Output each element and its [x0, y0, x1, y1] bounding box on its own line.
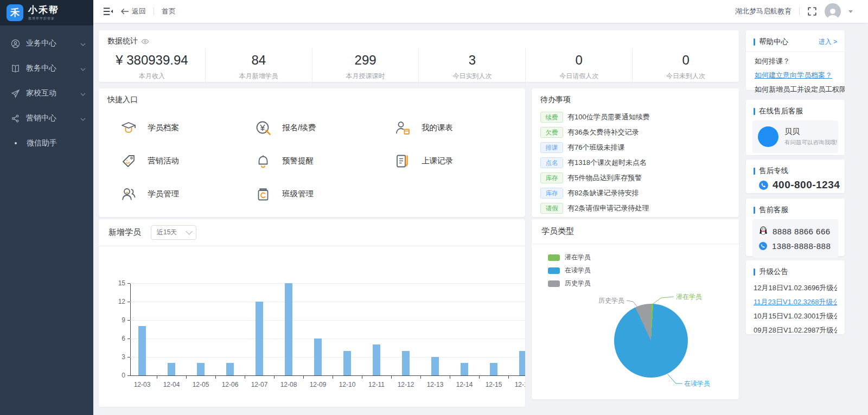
bar-12-13 — [431, 357, 439, 375]
stat-month-new-students: 84 本月新增学员 — [206, 48, 312, 86]
todo-item-missed-class[interactable]: 库存 有82条缺课记录待安排 — [540, 188, 733, 199]
dashboard-page: 禾 小禾帮 教培界学好管家 业务中心 教务中心 — [0, 0, 868, 415]
todo-item-scheduling[interactable]: 排课 有76个班级未排课 — [540, 142, 733, 153]
x-tick-label: 12-15 — [480, 381, 508, 388]
bar-chart: 0369121512-0312-0412-0512-0612-0712-0812… — [99, 247, 525, 407]
quick-entry-enroll-renew[interactable]: 报名/续费 — [255, 120, 394, 136]
phone-icon — [759, 181, 768, 190]
quick-entry-warning-reminder[interactable]: 预警提醒 — [255, 153, 394, 169]
y-tick-mark — [127, 375, 130, 376]
stats-row: ¥ 380939.94 本月收入 84 本月新增学员 299 本月授课课时 3 … — [99, 48, 739, 86]
announcement-item[interactable]: 10月15日V1.02.3001升级公告... — [754, 311, 837, 321]
scale-icon — [255, 186, 271, 202]
help-link-prospect-archive[interactable]: 如何建立意向学员档案？ — [746, 68, 845, 82]
x-tick-mark — [215, 376, 216, 379]
x-tick-mark — [186, 376, 187, 379]
help-link-scheduling[interactable]: 如何排课？ — [746, 54, 845, 68]
eye-toggle-icon[interactable] — [141, 39, 149, 44]
bar-12-03 — [138, 326, 146, 375]
todo-item-leave-request[interactable]: 请假 有2条请假申请记录待处理 — [540, 203, 733, 214]
quick-entry-student-management[interactable]: 学员管理 — [120, 186, 255, 202]
gridline — [130, 302, 525, 302]
legend-item-potential[interactable]: 潜在学员 — [548, 253, 591, 262]
quick-entry-class-management[interactable]: 班级管理 — [255, 186, 394, 202]
sidebar-item-home-school[interactable]: 家校互动 — [0, 81, 93, 106]
book-icon — [11, 64, 20, 73]
paper-plane-icon — [11, 89, 20, 98]
sidebar-menu: 业务中心 教务中心 家校互动 — [0, 31, 93, 156]
x-tick-label: 12-14 — [450, 381, 478, 388]
bar-12-06 — [226, 363, 234, 375]
hotline-card: 售后专线 400-800-1234 — [746, 159, 845, 193]
quick-entry-student-archive[interactable]: 学员档案 — [120, 120, 255, 136]
hotline-title: 售后专线 — [759, 166, 788, 176]
bar-12-08 — [285, 283, 292, 375]
sidebar-item-marketing-center[interactable]: 营销中心 — [0, 106, 93, 131]
x-tick-label: 12-04 — [157, 381, 186, 388]
bullet-icon — [15, 142, 17, 144]
x-tick-mark — [245, 376, 245, 379]
stat-today-absent: 0 今日未到人次 — [633, 48, 739, 86]
announcement-item[interactable]: 11月23日V1.02.3268升级公告... — [754, 297, 837, 307]
people-icon — [120, 186, 137, 202]
service-agent[interactable]: 贝贝 有问题可以咨询我哦! — [752, 120, 838, 153]
new-students-chart-card: 新增学员 近15天 0369121512-0312-0412-0512-0612… — [99, 219, 525, 407]
user-menu-caret-icon[interactable] — [848, 10, 853, 13]
todo-item-rollcall[interactable]: 点名 有1318个课次超时未点名 — [540, 157, 733, 168]
todo-item-inventory[interactable]: 库存 有5件物品达到库存预警 — [540, 173, 733, 183]
agent-avatar — [758, 126, 778, 147]
x-tick-label: 12-03 — [128, 381, 156, 388]
back-button[interactable]: 返回 — [121, 7, 146, 16]
x-tick-label: 12-06 — [216, 381, 244, 388]
quick-entry-marketing-campaign[interactable]: 营销活动 — [120, 153, 255, 169]
stat-today-leave: 0 今日请假人次 — [526, 48, 633, 86]
quick-entry-class-record[interactable]: 上课记录 — [394, 153, 516, 169]
hotline-number: 400-800-1234 — [773, 179, 840, 191]
bell-icon — [255, 153, 271, 169]
todo-item-renewal[interactable]: 续费 有100位学员需要通知续费 — [540, 112, 733, 123]
todo-tag: 点名 — [540, 157, 563, 168]
qq-icon — [759, 226, 768, 236]
graduation-cap-icon — [120, 120, 137, 136]
bar-12-04 — [168, 363, 175, 375]
todo-list: 续费 有100位学员需要通知续费 欠费 有36条欠费待补交记录 排课 有76个班… — [540, 112, 733, 218]
y-tick-label: 12 — [99, 298, 125, 305]
bar-12-11 — [373, 344, 380, 375]
sidebar-item-academic-center[interactable]: 教务中心 — [0, 56, 93, 81]
sidebar-item-wechat-assistant[interactable]: 微信助手 — [0, 131, 93, 156]
section-accent-bar — [754, 39, 755, 46]
todo-title: 待办事项 — [540, 95, 571, 105]
help-center-enter-link[interactable]: 进入 > — [819, 37, 837, 47]
breadcrumb-home[interactable]: 首页 — [162, 7, 176, 16]
bar-12-16 — [519, 351, 525, 375]
x-tick-label: 12-05 — [187, 381, 215, 388]
announcement-item[interactable]: 09月28日V1.02.2987升级公告... — [754, 325, 837, 335]
bar-12-07 — [256, 302, 263, 375]
presale-card: 售前客服 8888 8866 666 1388-8888-888 — [746, 199, 845, 256]
todo-tag: 欠费 — [540, 127, 563, 138]
presale-phone-row[interactable]: 1388-8888-888 — [759, 241, 832, 251]
x-tick-mark — [303, 376, 304, 379]
announcement-item[interactable]: 12月18日V1.02.3696升级公告... — [754, 283, 837, 293]
announcement-list: 12月18日V1.02.3696升级公告... 11月23日V1.02.3268… — [746, 281, 845, 335]
x-axis — [130, 375, 525, 376]
presale-qq-row[interactable]: 8888 8866 666 — [759, 226, 832, 236]
sidebar-item-business-center[interactable]: 业务中心 — [0, 31, 93, 56]
help-link-staff-permissions[interactable]: 如何新增员工并设定员工权限？ — [746, 82, 845, 97]
user-avatar[interactable] — [825, 3, 841, 20]
quick-entry-my-timetable[interactable]: 我的课表 — [394, 120, 516, 136]
todo-item-arrears[interactable]: 欠费 有36条欠费待补交记录 — [540, 127, 733, 138]
x-tick-label: 12-12 — [392, 381, 420, 388]
topbar: 返回 首页 湖北梦马启航教育 — [93, 0, 868, 23]
collapse-menu-icon[interactable] — [103, 7, 113, 16]
y-tick-mark — [127, 320, 130, 321]
chevron-down-icon — [186, 228, 193, 235]
online-service-card: 在线售后客服 贝贝 有问题可以咨询我哦! — [746, 100, 845, 155]
person-calendar-icon — [394, 120, 411, 136]
y-axis — [130, 283, 131, 376]
legend-item-current[interactable]: 在读学员 — [548, 266, 591, 275]
section-accent-bar — [754, 108, 755, 115]
fullscreen-icon[interactable] — [807, 7, 817, 16]
x-tick-label: 12-08 — [275, 381, 303, 388]
range-select[interactable]: 近15天 — [151, 225, 196, 240]
